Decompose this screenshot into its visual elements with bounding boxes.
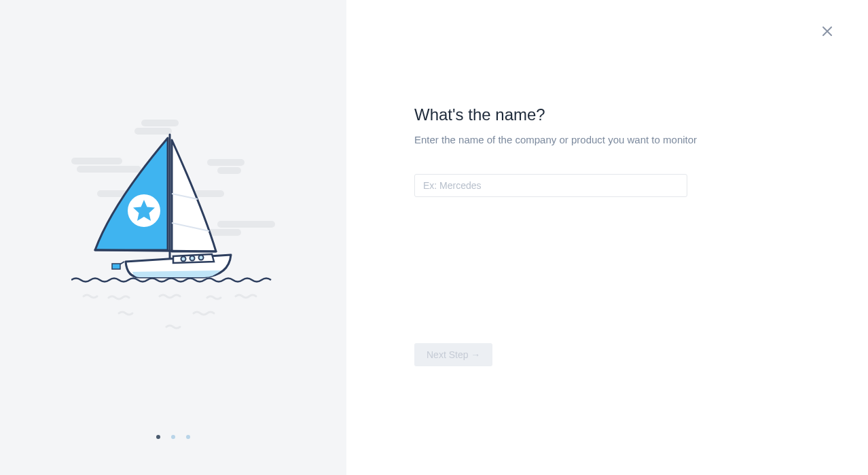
svg-rect-2 xyxy=(71,158,122,164)
name-input[interactable] xyxy=(414,174,687,197)
svg-rect-4 xyxy=(207,159,245,166)
svg-line-15 xyxy=(95,250,216,251)
svg-point-17 xyxy=(190,256,195,260)
pagination-dot-3[interactable] xyxy=(186,435,190,439)
form-subheading: Enter the name of the company or product… xyxy=(414,133,800,147)
svg-rect-1 xyxy=(134,128,172,135)
svg-point-16 xyxy=(181,256,186,261)
illustration-panel xyxy=(0,0,346,475)
svg-rect-5 xyxy=(217,167,241,174)
form-heading: What's the name? xyxy=(414,105,800,124)
sailboat-illustration xyxy=(71,116,275,333)
svg-rect-7 xyxy=(194,190,224,197)
next-step-button[interactable]: Next Step → xyxy=(414,343,492,366)
close-button[interactable] xyxy=(820,24,834,38)
svg-point-18 xyxy=(199,255,204,260)
svg-rect-0 xyxy=(141,120,179,126)
svg-rect-3 xyxy=(77,166,141,173)
svg-rect-9 xyxy=(217,221,275,228)
pagination-dot-1[interactable] xyxy=(156,435,160,439)
step-pagination xyxy=(156,435,190,439)
close-icon xyxy=(822,24,832,38)
form-panel: What's the name? Enter the name of the c… xyxy=(346,0,868,475)
svg-rect-20 xyxy=(112,264,120,269)
pagination-dot-2[interactable] xyxy=(171,435,175,439)
